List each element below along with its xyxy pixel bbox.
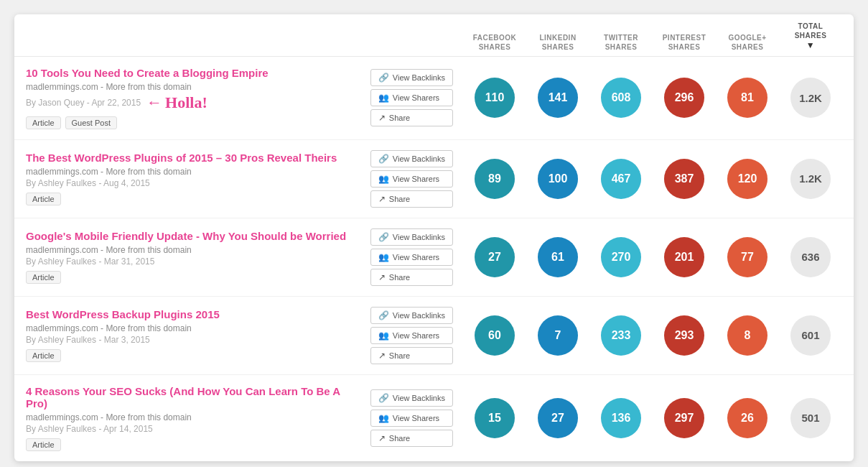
share-icon: ↗ xyxy=(378,433,386,443)
header-pinterest: PINTERESTSHARES xyxy=(653,33,716,52)
share-label: Share xyxy=(389,434,410,443)
article-tags: Article xyxy=(26,271,360,284)
domain-link[interactable]: madlemmings.com xyxy=(26,323,98,333)
stat-linkedin: 7 xyxy=(538,315,578,356)
article-domain: madlemmings.com - More from this domain xyxy=(26,82,360,92)
action-btn-share[interactable]: ↗Share xyxy=(370,430,453,447)
action-btn-view-backlinks[interactable]: 🔗View Backlinks xyxy=(370,150,453,167)
stat-google: 120 xyxy=(727,159,767,199)
article-author-date: By Ashley Faulkes - Mar 3, 2015 xyxy=(26,335,150,345)
header-linkedin: LINKEDINSHARES xyxy=(526,33,589,52)
article-stats: 110141608296811.2K xyxy=(463,78,842,118)
action-btn-share[interactable]: ↗Share xyxy=(370,269,453,286)
stat-pinterest: 387 xyxy=(664,159,704,199)
more-from-domain-link[interactable]: More from this domain xyxy=(106,167,191,177)
article-title[interactable]: Best WordPress Backup Plugins 2015 xyxy=(26,308,360,320)
stat-google: 81 xyxy=(727,78,767,118)
stat-total: 1.2K xyxy=(790,78,831,118)
article-title[interactable]: The Best WordPress Plugins of 2015 – 30 … xyxy=(26,152,360,164)
article-author-date: By Ashley Faulkes - Mar 31, 2015 xyxy=(26,256,154,267)
tag-badge: Article xyxy=(26,271,61,284)
share-label: Share xyxy=(389,195,410,203)
stat-facebook: 89 xyxy=(475,159,515,199)
table-row: Google's Mobile Friendly Update - Why Yo… xyxy=(14,218,854,297)
table-row: 10 Tools You Need to Create a Blogging E… xyxy=(14,57,854,140)
domain-link[interactable]: madlemmings.com xyxy=(26,245,98,255)
share-icon: ↗ xyxy=(378,351,386,361)
tag-badge: Article xyxy=(26,438,61,451)
view-sharers-icon: 👥 xyxy=(378,413,389,423)
stat-pinterest: 296 xyxy=(664,78,704,118)
sort-arrow-icon: ▼ xyxy=(806,40,815,52)
stat-linkedin: 141 xyxy=(538,78,578,118)
article-meta: By Jason Quey - Apr 22, 2015←Holla! xyxy=(26,93,360,112)
action-btn-share[interactable]: ↗Share xyxy=(370,347,453,364)
article-author-date: By Jason Quey - Apr 22, 2015 xyxy=(26,98,141,108)
stat-twitter: 136 xyxy=(601,398,641,438)
article-stats: 6072332938601 xyxy=(463,315,842,356)
view-sharers-icon: 👥 xyxy=(378,330,389,341)
action-btn-view-sharers[interactable]: 👥View Sharers xyxy=(370,249,453,266)
stat-pinterest: 201 xyxy=(664,237,704,277)
article-actions: 🔗View Backlinks👥View Sharers↗Share xyxy=(370,389,453,447)
action-btn-view-sharers[interactable]: 👥View Sharers xyxy=(370,170,453,188)
domain-link[interactable]: madlemmings.com xyxy=(26,82,98,92)
view-backlinks-icon: 🔗 xyxy=(378,154,389,164)
article-tags: Article xyxy=(26,438,360,451)
article-actions: 🔗View Backlinks👥View Sharers↗Share xyxy=(370,69,453,126)
stat-google: 26 xyxy=(727,398,767,438)
stat-facebook: 15 xyxy=(475,398,515,438)
more-from-domain-link[interactable]: More from this domain xyxy=(106,323,191,333)
action-btn-view-backlinks[interactable]: 🔗View Backlinks xyxy=(370,389,453,407)
stat-google: 77 xyxy=(727,237,767,277)
view-sharers-label: View Sharers xyxy=(393,331,439,340)
table-row: The Best WordPress Plugins of 2015 – 30 … xyxy=(14,140,854,218)
stat-facebook: 60 xyxy=(475,315,515,356)
article-stats: 276127020177636 xyxy=(463,237,842,277)
stat-facebook: 27 xyxy=(475,237,515,277)
tag-badge: Article xyxy=(26,349,61,362)
action-btn-view-backlinks[interactable]: 🔗View Backlinks xyxy=(370,69,453,86)
article-content: Best WordPress Backup Plugins 2015madlem… xyxy=(26,308,360,362)
action-btn-view-sharers[interactable]: 👥View Sharers xyxy=(370,327,453,344)
action-btn-view-backlinks[interactable]: 🔗View Backlinks xyxy=(370,228,453,246)
action-btn-share[interactable]: ↗Share xyxy=(370,190,453,208)
article-tags: Article xyxy=(26,193,360,205)
more-from-domain-link[interactable]: More from this domain xyxy=(106,245,191,255)
header-total[interactable]: TOTAL SHARES ▼ xyxy=(779,22,842,52)
stat-google: 8 xyxy=(727,315,767,356)
header-facebook: FACEBOOKSHARES xyxy=(463,33,526,52)
action-btn-share[interactable]: ↗Share xyxy=(370,109,453,126)
article-stats: 891004673871201.2K xyxy=(463,159,842,199)
table-row: Best WordPress Backup Plugins 2015madlem… xyxy=(14,297,854,375)
article-meta: By Ashley Faulkes - Mar 3, 2015 xyxy=(26,335,360,345)
domain-link[interactable]: madlemmings.com xyxy=(26,412,98,422)
domain-link[interactable]: madlemmings.com xyxy=(26,167,98,177)
stat-total: 1.2K xyxy=(790,159,831,199)
article-title[interactable]: Google's Mobile Friendly Update - Why Yo… xyxy=(26,230,360,242)
article-actions: 🔗View Backlinks👥View Sharers↗Share xyxy=(370,307,453,364)
tag-badge: Guest Post xyxy=(65,116,117,129)
article-meta: By Ashley Faulkes - Aug 4, 2015 xyxy=(26,178,360,188)
more-from-domain-link[interactable]: More from this domain xyxy=(106,82,191,92)
article-title[interactable]: 4 Reasons Your SEO Sucks (And How You Ca… xyxy=(26,385,360,410)
article-tags: ArticleGuest Post xyxy=(26,116,360,129)
article-content: 4 Reasons Your SEO Sucks (And How You Ca… xyxy=(26,385,360,451)
article-title[interactable]: 10 Tools You Need to Create a Blogging E… xyxy=(26,67,360,79)
action-btn-view-sharers[interactable]: 👥View Sharers xyxy=(370,410,453,427)
header-twitter: TWITTERSHARES xyxy=(589,33,653,52)
action-btn-view-backlinks[interactable]: 🔗View Backlinks xyxy=(370,307,453,324)
view-backlinks-icon: 🔗 xyxy=(378,232,389,242)
view-backlinks-label: View Backlinks xyxy=(393,233,445,241)
article-content: The Best WordPress Plugins of 2015 – 30 … xyxy=(26,152,360,205)
stat-linkedin: 61 xyxy=(538,237,578,277)
view-sharers-icon: 👥 xyxy=(378,174,389,184)
stat-linkedin: 100 xyxy=(538,159,578,199)
stat-pinterest: 297 xyxy=(664,398,704,438)
more-from-domain-link[interactable]: More from this domain xyxy=(106,412,191,422)
article-meta: By Ashley Faulkes - Apr 14, 2015 xyxy=(26,424,360,434)
view-sharers-icon: 👥 xyxy=(378,252,389,262)
stat-twitter: 608 xyxy=(601,78,641,118)
stat-total: 501 xyxy=(790,398,831,438)
action-btn-view-sharers[interactable]: 👥View Sharers xyxy=(370,89,453,106)
